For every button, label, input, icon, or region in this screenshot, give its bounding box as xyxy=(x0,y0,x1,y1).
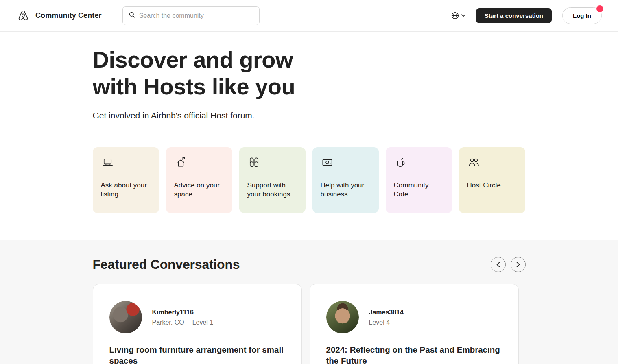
chevron-right-icon xyxy=(516,262,520,268)
laptop-icon xyxy=(101,156,114,169)
user-avatar[interactable] xyxy=(109,301,142,333)
user-meta: Level 4 xyxy=(369,319,404,326)
hero-title-line2: with Hosts like you xyxy=(93,73,526,100)
category-help-with-your-business[interactable]: Help with your business xyxy=(312,147,379,213)
login-button[interactable]: Log In xyxy=(562,7,602,24)
login-label: Log In xyxy=(573,12,591,19)
user-level: Level 1 xyxy=(192,319,214,326)
chevron-left-icon xyxy=(496,262,500,268)
hero-section: Discover and grow with Hosts like you Ge… xyxy=(93,32,526,213)
conversation-card[interactable]: Kimberly1116 Parker, CO Level 1 Living r… xyxy=(93,284,302,364)
hero-title-line1: Discover and grow xyxy=(93,46,526,73)
airbnb-logo-icon xyxy=(16,9,30,23)
search-icon xyxy=(129,11,135,20)
featured-conversations-title: Featured Conversations xyxy=(93,257,240,272)
conversation-title-link[interactable]: Living room furniture arrangement for sm… xyxy=(109,344,285,364)
user-location: Parker, CO xyxy=(152,319,184,326)
category-ask-about-your-listing[interactable]: Ask about your listing xyxy=(93,147,159,213)
top-header: Community Center Start a conversation Lo… xyxy=(0,0,618,32)
brand-title: Community Center xyxy=(35,11,102,20)
category-label: Ask about your listing xyxy=(101,181,151,199)
category-label: Community Cafe xyxy=(394,181,444,199)
category-card-row: Ask about your listing Advice on your sp… xyxy=(93,147,526,213)
coffee-cup-icon xyxy=(394,156,407,169)
conversation-title-link[interactable]: 2024: Reflecting on the Past and Embraci… xyxy=(326,344,502,364)
category-label: Advice on your space xyxy=(174,181,224,199)
category-label: Host Circle xyxy=(467,181,517,190)
house-icon xyxy=(174,156,188,169)
chevron-down-icon xyxy=(461,14,465,17)
people-icon xyxy=(467,156,480,169)
category-community-cafe[interactable]: Community Cafe xyxy=(386,147,452,213)
hero-title: Discover and grow with Hosts like you xyxy=(93,46,526,100)
category-support-with-your-bookings[interactable]: Support with your bookings xyxy=(239,147,306,213)
category-label: Help with your business xyxy=(321,181,371,199)
hero-subtitle: Get involved in Airbnb's official Host f… xyxy=(93,111,526,120)
search-input[interactable] xyxy=(139,12,253,20)
conversation-card[interactable]: James3814 Level 4 2024: Reflecting on th… xyxy=(310,284,519,364)
user-level: Level 4 xyxy=(369,319,390,326)
featured-card-row: Kimberly1116 Parker, CO Level 1 Living r… xyxy=(93,284,526,364)
user-avatar[interactable] xyxy=(326,301,359,333)
notification-dot xyxy=(596,5,603,12)
category-host-circle[interactable]: Host Circle xyxy=(459,147,525,213)
language-selector-button[interactable] xyxy=(451,11,465,20)
category-label: Support with your bookings xyxy=(247,181,297,199)
featured-conversations-section: Featured Conversations xyxy=(0,240,618,364)
slippers-icon xyxy=(247,156,261,169)
header-actions: Start a conversation Log In xyxy=(451,7,602,24)
banknote-icon xyxy=(321,156,334,169)
community-search-box xyxy=(122,6,260,25)
globe-icon xyxy=(451,11,459,20)
start-conversation-button[interactable]: Start a conversation xyxy=(476,8,552,23)
username-link[interactable]: Kimberly1116 xyxy=(152,309,214,316)
carousel-nav xyxy=(491,257,526,272)
carousel-next-button[interactable] xyxy=(511,257,526,272)
community-center-home-link[interactable]: Community Center xyxy=(16,9,102,23)
username-link[interactable]: James3814 xyxy=(369,309,404,316)
carousel-prev-button[interactable] xyxy=(491,257,506,272)
user-meta: Parker, CO Level 1 xyxy=(152,319,214,326)
category-advice-on-your-space[interactable]: Advice on your space xyxy=(166,147,232,213)
